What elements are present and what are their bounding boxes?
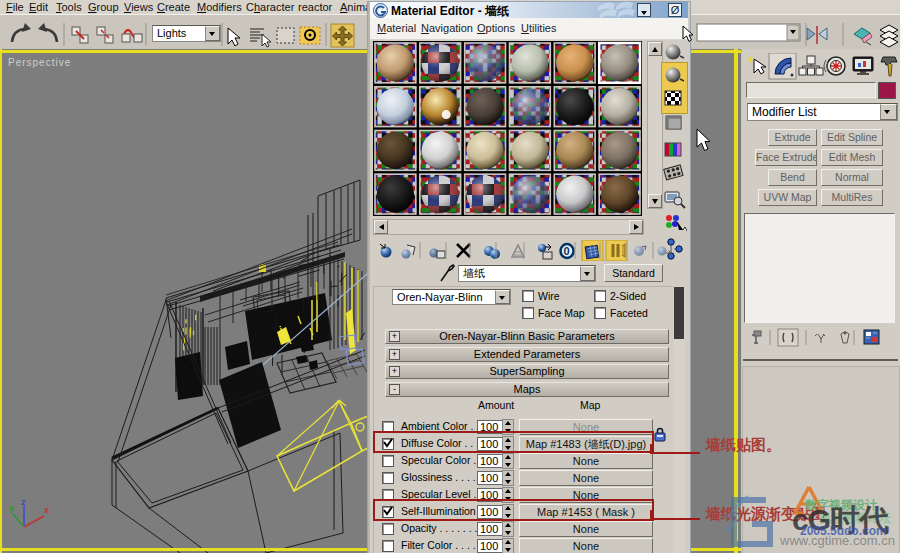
svg-text:z: z <box>21 497 26 507</box>
svg-text:x: x <box>44 505 49 515</box>
svg-text:y: y <box>9 503 14 513</box>
svg-text:0: 0 <box>564 245 570 257</box>
